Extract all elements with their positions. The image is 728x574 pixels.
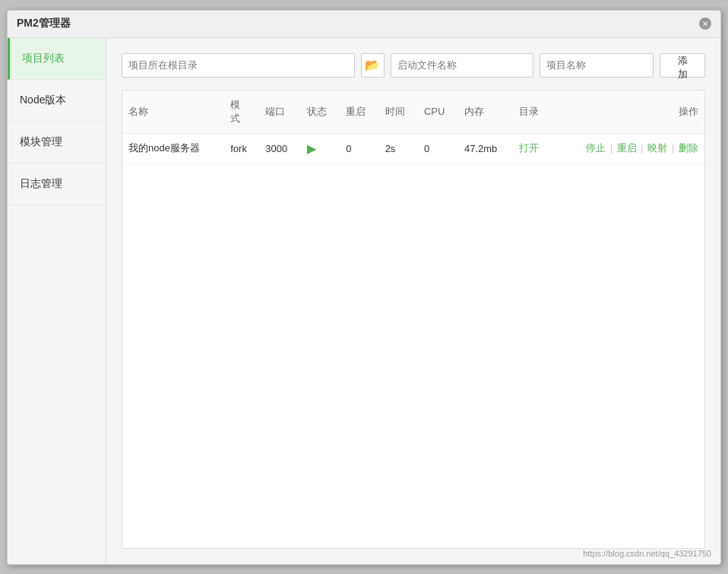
cell-name: 我的node服务器 xyxy=(122,133,224,163)
sidebar: 项目列表 Node版本 模块管理 日志管理 xyxy=(8,38,106,564)
sidebar-item-module-mgr[interactable]: 模块管理 xyxy=(8,122,106,163)
col-time: 时间 xyxy=(379,90,418,134)
col-mode-label: 模式 xyxy=(230,99,240,124)
cell-time: 2s xyxy=(379,133,418,163)
startup-file-input[interactable] xyxy=(391,53,533,78)
col-dir: 目录 xyxy=(513,90,552,134)
sidebar-item-node-version[interactable]: Node版本 xyxy=(8,80,106,122)
col-memory: 内存 xyxy=(458,90,514,134)
sidebar-label-log-mgr: 日志管理 xyxy=(20,177,62,189)
map-action[interactable]: 映射 xyxy=(647,142,667,154)
project-name-input[interactable] xyxy=(540,53,654,78)
table-header: 名称 模式 端口 状态 重启 时间 CPU 内存 目录 操作 xyxy=(122,90,704,134)
cell-status: ▶ xyxy=(301,133,340,163)
col-mode: 模式 xyxy=(224,90,259,134)
cell-dir: 打开 xyxy=(513,133,552,163)
main-layout: 项目列表 Node版本 模块管理 日志管理 📂 添加 xyxy=(8,38,720,564)
process-table: 名称 模式 端口 状态 重启 时间 CPU 内存 目录 操作 xyxy=(122,90,704,164)
folder-icon-button[interactable]: 📂 xyxy=(361,53,385,78)
stop-action[interactable]: 停止 xyxy=(586,142,606,154)
add-button[interactable]: 添加 xyxy=(660,53,705,78)
col-restarts: 重启 xyxy=(340,90,378,134)
cell-memory: 47.2mb xyxy=(458,133,514,163)
col-cpu: CPU xyxy=(418,90,458,134)
folder-icon: 📂 xyxy=(365,58,380,72)
open-dir-link[interactable]: 打开 xyxy=(519,142,539,154)
sidebar-item-project-list[interactable]: 项目列表 xyxy=(8,38,106,80)
restart-action[interactable]: 重启 xyxy=(617,142,637,154)
col-actions: 操作 xyxy=(552,90,704,134)
delete-action[interactable]: 删除 xyxy=(679,142,698,154)
table-container: 名称 模式 端口 状态 重启 时间 CPU 内存 目录 操作 xyxy=(122,90,705,549)
table-body: 我的node服务器 fork 3000 ▶ 0 2s 0 47.2mb 打开 xyxy=(122,133,704,163)
cell-port: 3000 xyxy=(259,133,301,163)
sidebar-label-module-mgr: 模块管理 xyxy=(20,135,62,147)
cell-actions: 停止 | 重启 | 映射 | 删除 xyxy=(552,133,704,163)
content-area: 📂 添加 名称 模式 端口 状态 重启 时间 xyxy=(106,38,720,564)
sep-3: | xyxy=(672,142,674,154)
app-title: PM2管理器 xyxy=(17,17,71,30)
col-port: 端口 xyxy=(259,90,301,134)
sidebar-label-project-list: 项目列表 xyxy=(22,52,65,64)
main-window: PM2管理器 ✕ 项目列表 Node版本 模块管理 日志管理 📂 xyxy=(7,10,721,565)
col-status: 状态 xyxy=(301,90,340,134)
status-running-icon: ▶ xyxy=(307,142,316,155)
toolbar: 📂 添加 xyxy=(122,53,705,78)
sidebar-item-log-mgr[interactable]: 日志管理 xyxy=(8,163,106,205)
root-dir-input[interactable] xyxy=(122,53,355,78)
cell-mode: fork xyxy=(224,133,259,163)
watermark: https://blog.csdn.net/qq_43291750 xyxy=(583,549,711,558)
col-name: 名称 xyxy=(122,90,224,134)
sidebar-label-node-version: Node版本 xyxy=(20,94,66,106)
title-bar: PM2管理器 ✕ xyxy=(8,11,720,38)
table-row: 我的node服务器 fork 3000 ▶ 0 2s 0 47.2mb 打开 xyxy=(122,133,704,163)
sep-2: | xyxy=(641,142,643,154)
close-button[interactable]: ✕ xyxy=(699,17,711,30)
sep-1: | xyxy=(610,142,612,154)
cell-restarts: 0 xyxy=(340,133,378,163)
cell-cpu: 0 xyxy=(418,133,458,163)
